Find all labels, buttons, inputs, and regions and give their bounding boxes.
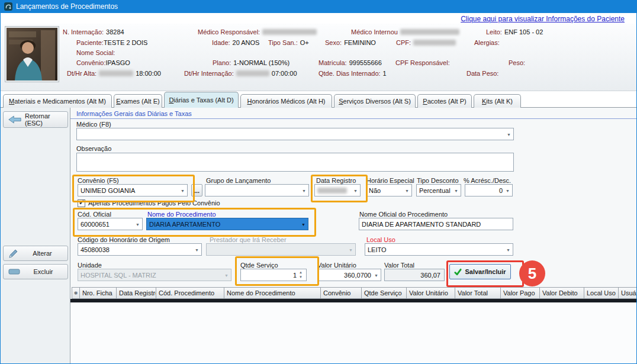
internacao-value: 38284 [106, 28, 124, 36]
plano: Plano:1-NORMAL (150%) [213, 59, 289, 66]
matricula: Matricula:999555666 [318, 59, 382, 66]
excluir-label: Excluir [24, 268, 63, 275]
qtde-dias-internado: Qtde. Dias Internado:1 [318, 70, 387, 77]
grid-body-empty[interactable] [70, 302, 637, 364]
redacted-value [262, 29, 317, 35]
cpf-responsavel: CPF Responsável: [395, 59, 450, 66]
observacao-label: Observação [76, 145, 111, 152]
redacted-value [99, 70, 133, 76]
grid-column-header[interactable]: Convênio [321, 287, 362, 299]
tab-6[interactable]: Pacotes (Alt P) [417, 94, 472, 108]
section-title: Informações Gerais das Diárias e Taxas [76, 110, 192, 117]
cod-oficial-label: Cód. Oficial [78, 211, 111, 218]
grid-header: ✱ Nro. FichaData RegistroCód. Procedimen… [72, 287, 637, 299]
retornar-label: Retornar (ESC) [25, 112, 63, 127]
observacao-input[interactable] [76, 153, 514, 172]
convenio-browse-button[interactable]: ... [191, 184, 202, 197]
sidebar [1, 108, 70, 364]
horario-especial-select[interactable]: Não [366, 184, 412, 197]
tab-2[interactable]: Exames (Alt E) [114, 94, 162, 108]
nome-oficial-input[interactable]: DIARIA DE APARTAMENTO STANDARD [359, 218, 513, 230]
redacted-value [317, 188, 347, 194]
apenas-pagos-checkbox[interactable]: ✓ [78, 199, 85, 207]
tab-4[interactable]: Honorários Médicos (Alt H) [240, 94, 332, 108]
medico-label: Médico (F8) [76, 121, 111, 128]
internacao-label: N. Internação: [63, 28, 104, 36]
qtde-servico-stepper[interactable]: 1 ▲▼ [240, 269, 307, 281]
grid-column-header[interactable]: Cód. Procedimento [156, 287, 224, 299]
tab-strip: Materiais e Medicamentos (Alt M)Exames (… [3, 92, 523, 108]
tipo-sanguineo: Tipo San.:O+ [268, 39, 309, 46]
patient-photo [5, 27, 59, 82]
convenio-select[interactable]: UNIMED GOIANIA [78, 184, 188, 197]
salvar-incluir-button[interactable]: Salvar/Incluir [449, 264, 511, 279]
tab-label: Materiais e Medicamentos (Alt M) [9, 98, 106, 105]
grid-column-header[interactable]: Nome do Procedimento [224, 287, 321, 299]
tab-5[interactable]: Serviços Diversos (Alt S) [334, 94, 416, 108]
grid-corner-cell: ✱ [72, 287, 80, 299]
tab-label: Serviços Diversos (Alt S) [339, 98, 411, 105]
unidade-select[interactable]: HOSPITAL SQL - MATRIZ [78, 269, 231, 281]
valor-total-field: 360,07 [384, 269, 445, 281]
internacao-number: N. Internação:38284 [63, 28, 124, 36]
tab-label: Exames (Alt E) [116, 98, 159, 105]
tab-3[interactable]: Diárias e Taxas (Alt D) [164, 92, 239, 108]
patient-info-link[interactable]: Clique aqui para visualizar Informações … [461, 15, 625, 23]
check-icon: ✓ [79, 198, 85, 207]
dthr-alta: Dt/Hr Alta:18:00:00 [67, 70, 161, 77]
tab-label: Honorários Médicos (Alt H) [247, 98, 325, 105]
back-arrow-icon [8, 115, 21, 124]
grid-column-header[interactable]: Valor Pago [501, 287, 540, 299]
alergias: Alergias: [474, 39, 500, 46]
data-registro-select[interactable] [314, 184, 361, 197]
medico-internou: Médico Internou [351, 28, 459, 36]
salvar-incluir-label: Salvar/Incluir [465, 268, 506, 275]
dthr-internacao: Dt/Hr Internação:07:00:00 [184, 70, 297, 77]
local-uso-select[interactable]: LEITO [365, 243, 513, 256]
acresc-desc-input[interactable]: 0 [465, 184, 513, 197]
grid-column-header[interactable]: Valor Total [455, 287, 501, 299]
grid-column-header[interactable]: Local Uso [584, 287, 619, 299]
valor-unitario-input[interactable]: 360,0700 [317, 269, 381, 281]
grid-column-header[interactable]: Valor Debito [540, 287, 584, 299]
prestador-label: Prestador que Irá Receber [210, 236, 287, 243]
cpf: CPF: [396, 39, 456, 46]
step-badge: 5 [519, 260, 545, 286]
spinner-arrows-icon[interactable]: ▲▼ [297, 270, 304, 279]
data-peso: Data Peso: [467, 70, 498, 77]
green-check-icon [454, 268, 462, 276]
alterar-label: Alterar [22, 250, 63, 257]
tab-label: Diárias e Taxas (Alt D) [169, 96, 233, 104]
tab-7[interactable]: Kits (Alt K) [474, 94, 521, 108]
app-icon [4, 2, 12, 11]
tipo-desconto-label: Tipo Desconto [417, 177, 459, 184]
cod-honorario-select[interactable]: 45080038 [78, 243, 202, 256]
horario-especial-label: Horário Especial [366, 177, 414, 184]
nome-oficial-label: Nome Oficial do Procedimento [359, 211, 448, 218]
grid-column-header[interactable]: Valor Unitário [407, 287, 455, 299]
valor-unitario-label: Valor Unitário [317, 262, 356, 269]
grupo-select[interactable] [205, 184, 309, 197]
cod-oficial-select[interactable]: 60000651 [78, 218, 143, 230]
grupo-label: Grupo de Lançamento [206, 177, 271, 184]
prestador-select[interactable] [206, 243, 356, 256]
cod-honorario-label: Código do Honorário de Origem [78, 236, 170, 243]
valor-total-label: Valor Total [384, 262, 414, 269]
grid-column-header[interactable]: Qtde Serviço [362, 287, 407, 299]
alterar-button[interactable]: Alterar [3, 246, 68, 261]
link-row: Clique aqui para visualizar Informações … [1, 13, 636, 24]
grid-column-header[interactable]: Usuário [619, 287, 637, 299]
nome-procedimento-label: Nome do Procedimento [147, 211, 216, 218]
eraser-icon [8, 269, 20, 275]
window-title: Lançamentos de Procedimentos [16, 2, 118, 11]
medico-select[interactable] [76, 128, 514, 140]
tab-1[interactable]: Materiais e Medicamentos (Alt M) [3, 94, 112, 108]
tipo-desconto-select[interactable]: Percentual [416, 184, 461, 197]
nome-procedimento-select[interactable]: DIARIA APARTAMENTO [146, 218, 308, 230]
grid-column-header[interactable]: Data Registro [117, 287, 156, 299]
grid-column-header[interactable]: Nro. Ficha [80, 287, 117, 299]
retornar-button[interactable]: Retornar (ESC) [3, 111, 68, 128]
qtde-servico-label: Qtde Serviço [240, 262, 278, 269]
excluir-button[interactable]: Excluir [3, 264, 68, 279]
convenio-paciente: Convênio:IPASGO [76, 59, 130, 66]
